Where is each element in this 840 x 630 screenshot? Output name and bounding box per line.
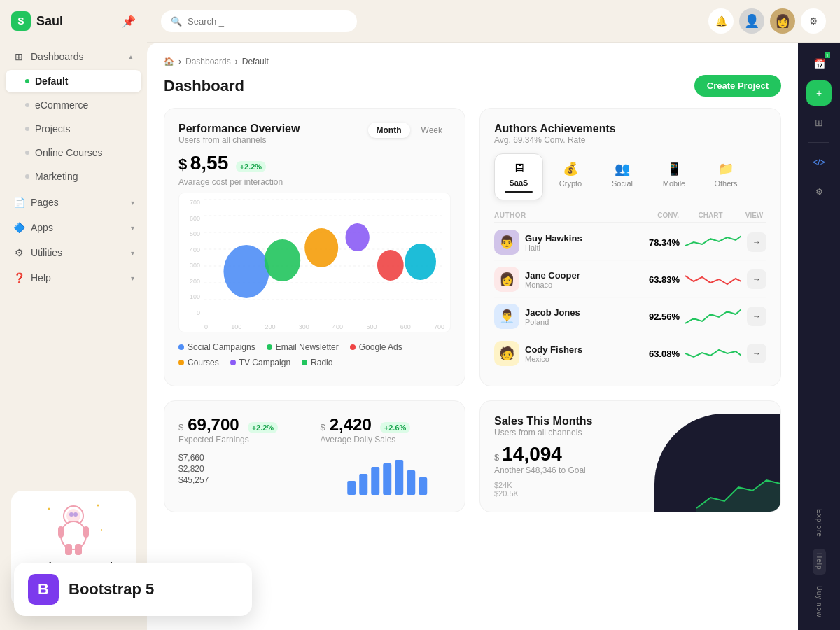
tab-crypto[interactable]: 💰 Crypto <box>546 153 595 200</box>
svg-rect-28 <box>371 467 379 495</box>
sidebar-label-pages: Pages <box>31 197 59 208</box>
rp-grid-button[interactable]: ⊞ <box>806 110 832 135</box>
view-btn-1[interactable]: → <box>747 270 766 289</box>
author-country-3: Mexico <box>525 355 629 363</box>
author-chart-0 <box>685 232 741 253</box>
avatar-button[interactable]: 👩 <box>770 8 795 34</box>
amount-prefix: $ <box>178 155 187 173</box>
svg-rect-31 <box>407 470 415 495</box>
sidebar-item-ecommerce[interactable]: eCommerce <box>6 94 141 116</box>
create-project-button[interactable]: Create Project <box>694 75 781 97</box>
sidebar-header: S Saul 📌 <box>0 11 147 45</box>
performance-badge: +2.2% <box>236 161 267 172</box>
author-country-0: Haiti <box>525 244 629 252</box>
svg-point-21 <box>265 239 300 281</box>
daily-sales: $ 2,420 +2.6% Average Daily Sales <box>321 415 451 444</box>
breadcrumb-dashboards[interactable]: Dashboards <box>186 57 231 66</box>
utilities-icon: ⚙ <box>13 246 25 259</box>
bar-chart-mini <box>321 453 451 495</box>
daily-badge: +2.6% <box>380 422 411 433</box>
explore-label[interactable]: Explore <box>814 505 825 542</box>
view-btn-0[interactable]: → <box>747 232 766 252</box>
svg-point-23 <box>346 223 370 251</box>
svg-rect-27 <box>359 474 368 495</box>
performance-card: Performance Overview Users from all chan… <box>164 108 465 386</box>
sidebar-label-marketing: Marketing <box>35 171 78 182</box>
earnings-card: $ 69,700 +2.2% Expected Earnings $ 2,420… <box>164 400 465 512</box>
avatar-2: 👨‍💼 <box>494 304 519 329</box>
svg-point-10 <box>97 505 99 507</box>
sidebar-item-online-courses[interactable]: Online Courses <box>6 141 141 164</box>
author-conv-1: 63.83% <box>634 274 680 285</box>
legend-tv: TV Campaign <box>230 358 290 368</box>
tab-others[interactable]: 📁 Others <box>701 153 750 200</box>
settings-button[interactable]: ⚙ <box>801 8 826 34</box>
sidebar-label-ecommerce: eCommerce <box>35 99 88 111</box>
dashboards-icon: ⊞ <box>13 50 25 63</box>
author-name-3: Cody Fishers <box>525 344 629 355</box>
sidebar-item-dashboards[interactable]: ⊞ Dashboards ▲ <box>6 45 141 69</box>
rp-settings-button[interactable]: ⚙ <box>806 179 832 204</box>
legend-google: Google Ads <box>350 342 402 352</box>
expected-earnings: $ 69,700 +2.2% Expected Earnings <box>178 415 309 444</box>
help-label[interactable]: Help <box>813 549 826 575</box>
social-icon: 👥 <box>615 161 630 176</box>
mobile-icon: 📱 <box>666 161 682 176</box>
view-btn-3[interactable]: → <box>747 344 766 363</box>
rp-add-button[interactable]: + <box>806 80 832 106</box>
rp-calendar-button[interactable]: 📅 1 <box>806 51 832 76</box>
tab-saas[interactable]: 🖥 SaaS <box>494 153 543 200</box>
pages-chevron: ▾ <box>131 199 134 206</box>
view-btn-2[interactable]: → <box>747 307 766 326</box>
svg-rect-29 <box>383 463 391 495</box>
search-input[interactable] <box>188 16 347 27</box>
svg-rect-32 <box>419 477 427 495</box>
user-button[interactable]: 👤 <box>739 8 764 34</box>
sidebar-label-projects: Projects <box>35 123 71 134</box>
sidebar-item-default[interactable]: Default <box>6 70 141 92</box>
tab-social[interactable]: 👥 Social <box>598 153 647 200</box>
sidebar-item-marketing[interactable]: Marketing <box>6 165 141 188</box>
performance-badge-label: Avarage cost per interaction <box>178 177 451 187</box>
sidebar-item-utilities[interactable]: ⚙ Utilities ▾ <box>6 241 141 265</box>
nav-dot-online-courses <box>25 150 29 155</box>
col-conv: CONV. <box>634 211 679 219</box>
bootstrap-label: Bootstrap 5 <box>69 580 154 598</box>
nav-dot-projects <box>25 127 29 131</box>
tab-month[interactable]: Month <box>368 122 410 138</box>
tab-mobile[interactable]: 📱 Mobile <box>650 153 699 200</box>
sidebar-label-apps: Apps <box>31 222 53 233</box>
saas-icon: 🖥 <box>512 161 525 176</box>
svg-point-8 <box>74 512 78 517</box>
notification-button[interactable]: 🔔 <box>708 8 734 34</box>
sidebar-item-help[interactable]: ❓ Help ▾ <box>6 266 141 290</box>
right-panel: 📅 1 + ⊞ </> ⚙ Explore Help Buy now <box>798 43 840 630</box>
home-icon: 🏠 <box>164 57 174 66</box>
sidebar-item-apps[interactable]: 🔷 Apps ▾ <box>6 216 141 239</box>
utilities-chevron: ▾ <box>131 249 134 257</box>
search-icon: 🔍 <box>171 16 182 27</box>
author-name-2: Jacob Jones <box>525 307 629 318</box>
svg-point-7 <box>69 512 74 517</box>
avatar-1: 👩 <box>494 267 519 292</box>
svg-rect-4 <box>83 526 89 538</box>
svg-rect-26 <box>347 481 356 495</box>
sidebar-item-projects[interactable]: Projects <box>6 118 141 140</box>
tab-week[interactable]: Week <box>413 122 451 138</box>
buy-label[interactable]: Buy now <box>814 582 825 622</box>
search-box[interactable]: 🔍 <box>161 10 357 32</box>
rp-code-button[interactable]: </> <box>806 150 832 175</box>
sales-amount: 14,094 <box>502 443 562 465</box>
author-chart-2 <box>685 306 741 327</box>
svg-rect-6 <box>75 544 82 555</box>
main-grid: Performance Overview Users from all chan… <box>164 108 781 386</box>
svg-point-9 <box>48 508 50 510</box>
legend-courses: Courses <box>178 358 219 368</box>
breadcrumb: 🏠 › Dashboards › Default <box>164 57 781 66</box>
sidebar-item-pages[interactable]: 📄 Pages ▾ <box>6 190 141 214</box>
pin-icon[interactable]: 📌 <box>122 15 136 28</box>
legend-radio: Radio <box>302 358 332 368</box>
author-country-2: Poland <box>525 318 629 326</box>
author-conv-0: 78.34% <box>634 237 680 248</box>
svg-rect-5 <box>65 544 72 555</box>
